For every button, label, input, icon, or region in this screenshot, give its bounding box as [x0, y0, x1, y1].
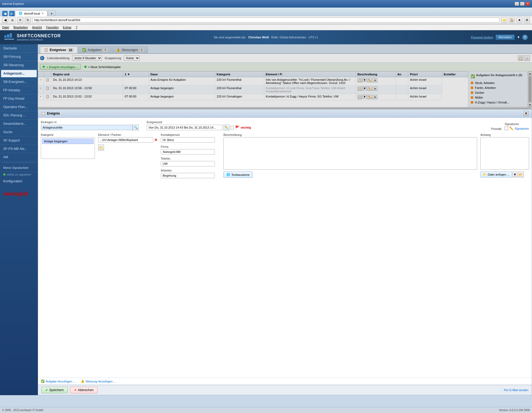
ereigniszeit-edit-btn[interactable]: ✏️: [223, 125, 229, 130]
modal-body: Eintragen in 🔍 Ereigniszeit ✏️: [38, 118, 532, 378]
maximize-btn[interactable]: □: [520, 2, 524, 6]
element-label: Element / Partner: [98, 133, 158, 136]
sidebar-item-sb-fuehrung[interactable]: SB-Führung: [0, 53, 38, 61]
sidebar-item-operative-plan[interactable]: Operative Plan...: [0, 103, 38, 111]
beschreibung-textarea[interactable]: [223, 137, 477, 170]
element-input[interactable]: [98, 137, 153, 143]
datei-anfuegen-btn[interactable]: 📁 Datei anfügen ...: [480, 172, 512, 177]
beschreibung-label: Beschreibung: [223, 133, 477, 136]
modal-header: 📋 Ereignis ✕: [38, 109, 532, 118]
cancel-btn[interactable]: ✕ Abbrechen: [70, 387, 98, 393]
contact-group: Kontaktperson Firma Telefon Arbeiten: [161, 133, 220, 178]
minimize-btn[interactable]: ─: [515, 2, 519, 6]
modal-close-btn[interactable]: ✕: [524, 111, 528, 116]
password-change-link[interactable]: Passwort ändern: [471, 36, 493, 39]
firma-input[interactable]: [161, 149, 215, 155]
menu-help[interactable]: ?: [76, 26, 77, 29]
logout-dropdown-btn[interactable]: ▼: [517, 35, 520, 39]
anhang-box: [480, 137, 529, 170]
ereigniszeit-input[interactable]: [147, 125, 222, 130]
weisung-link[interactable]: ⚠️ Weisung hinzufügen ...: [81, 380, 116, 383]
modal-footer-links: ✅ Aufgabe hinzufügen ... ⚠️ Weisung hinz…: [38, 378, 532, 385]
datei-dropdown-btn[interactable]: ▼: [513, 172, 517, 177]
kontaktperson-input[interactable]: [161, 137, 215, 143]
arbeiten-input[interactable]: [161, 173, 215, 178]
header-actions: Passwort ändern Abmelden ▼ ?: [471, 35, 528, 40]
menu-bearbeiten[interactable]: Bearbeiten: [14, 26, 28, 29]
forward-btn[interactable]: ▶: [9, 11, 15, 16]
sidebar-item-sdl-planung[interactable]: SDL Planung ...: [0, 111, 38, 120]
window-controls: ─ □ ✕: [515, 2, 530, 6]
modal-actions: ✔ Speichern ✕ Abbrechen ✉️ Per E-Mail se…: [38, 385, 532, 395]
telefon-input[interactable]: [161, 161, 215, 166]
logout-btn[interactable]: Abmelden: [496, 35, 515, 40]
sidebar-item-fp-day-ahead[interactable]: FP-Day Ahead: [0, 95, 38, 103]
help-btn[interactable]: ?: [522, 35, 528, 40]
weisung-icon: ⚠️: [81, 380, 85, 383]
sidebar-item-am[interactable]: AM: [0, 153, 38, 162]
save-btn[interactable]: ✔ Speichern: [41, 387, 68, 393]
sidebar-item-sf-support[interactable]: SF-Support: [0, 136, 38, 145]
anhang-group: Anhang 📁 Datei anfügen ... ▼ 📂: [480, 133, 529, 178]
aufgabe-link[interactable]: ✅ Aufgabe hinzufügen ...: [41, 380, 75, 383]
kategorie-item[interactable]: Anlage begangen: [42, 139, 93, 144]
textbausteine-btn[interactable]: 🌐 Textbausteine: [223, 172, 253, 178]
datei-open-btn[interactable]: 📂: [518, 172, 524, 177]
tools-btn[interactable]: ⚙: [524, 17, 530, 23]
signaturen-checkbox[interactable]: [505, 127, 508, 130]
wichtig-checkbox[interactable]: [230, 126, 234, 129]
sidebar-item-gesamtuebersicht[interactable]: Gesamtübersi...: [0, 120, 38, 128]
close-btn[interactable]: ✕: [526, 2, 530, 6]
arbeiten-label: Arbeiten: [161, 169, 220, 172]
sidebar-config[interactable]: Konfiguration: [0, 177, 38, 185]
svg-rect-0: [4, 35, 6, 38]
favorites-star-btn[interactable]: ★: [516, 17, 522, 23]
email-btn[interactable]: ✉️ Per E-Mail senden: [499, 388, 529, 392]
window-title: Internet Explorer: [2, 2, 24, 5]
nav-forward-btn[interactable]: ▶: [10, 17, 16, 23]
ereigniszeit-row: ✏️ 🚩 wichtig: [147, 125, 488, 130]
eintragen-browse-btn[interactable]: 🔍: [133, 125, 139, 130]
url-input[interactable]: [32, 18, 500, 22]
sidebar-item-anlagenzutr[interactable]: Anlagenzutr...: [1, 70, 37, 77]
swissgrid-logo: swissgrid: [3, 191, 35, 197]
browser-tab-active[interactable]: 🌐 domoff.local ✕: [15, 11, 47, 16]
menu-datei[interactable]: Datei: [2, 26, 9, 29]
app-header: SHIFTCONNECTOR interaktives Schichtbuch …: [0, 30, 532, 44]
nav-stop-btn[interactable]: ✕: [17, 17, 23, 23]
sidebar-item-signaturliste[interactable]: Meine Signaturliste: [0, 164, 38, 172]
home-btn[interactable]: 🏠: [509, 17, 515, 23]
menu-bar: Datei Bearbeiten Ansicht Favoriten Extra…: [0, 24, 532, 30]
ereigniszeit-group: Ereigniszeit ✏️ 🚩 wichtig: [147, 120, 488, 130]
content-area: 📋 Ereignisse 12 ✅ Aufgaben 5 ⚠️ Weisunge…: [38, 44, 532, 395]
menu-favoriten[interactable]: Favoriten: [46, 26, 59, 29]
menu-extras[interactable]: Extras: [63, 26, 71, 29]
eintragen-group: Eintragen in 🔍: [41, 120, 143, 130]
modal-action-btns: ✔ Speichern ✕ Abbrechen: [41, 387, 98, 393]
email-icon: ✉️: [499, 388, 503, 392]
sidebar-item-suche[interactable]: Suche: [0, 128, 38, 136]
tab-close-btn[interactable]: ✕: [42, 12, 44, 15]
eintragen-input[interactable]: [41, 125, 133, 130]
favorites-btn[interactable]: ⭐: [501, 17, 507, 23]
element-remove-btn[interactable]: ✕: [154, 138, 158, 142]
menu-ansicht[interactable]: Ansicht: [32, 26, 42, 29]
sidebar-item-sf-ps-mb-abr[interactable]: SF-PS-MB Abr...: [0, 145, 38, 153]
svg-rect-3: [4, 39, 14, 40]
back-btn[interactable]: ◀: [2, 11, 8, 16]
sidebar-item-sb-steuerung[interactable]: SB-Steuerung: [0, 61, 38, 69]
sidebar-item-fp-intraday[interactable]: FP-Intraday: [0, 86, 38, 95]
svg-rect-1: [7, 34, 9, 38]
firma-label: Firma: [161, 145, 220, 148]
new-tab-btn[interactable]: +: [48, 10, 55, 16]
nav-back-btn[interactable]: ◀: [2, 17, 8, 23]
anhang-label: Anhang: [480, 133, 529, 136]
sidebar-item-startseite[interactable]: Startseite: [0, 44, 38, 53]
title-bar: Internet Explorer ─ □ ✕: [0, 0, 532, 8]
prioritaet-label: Priorität: [491, 127, 501, 130]
copyright-text: © 2005 - 2013 eschbach IT GmbH: [2, 409, 43, 412]
element-browse-btn[interactable]: 📁: [98, 145, 104, 150]
sidebar-item-sb-energieein[interactable]: SB-Energieein...: [0, 78, 38, 86]
signaturen-btn[interactable]: Signaturen: [515, 127, 529, 130]
nav-refresh-btn[interactable]: ↻: [25, 17, 31, 23]
